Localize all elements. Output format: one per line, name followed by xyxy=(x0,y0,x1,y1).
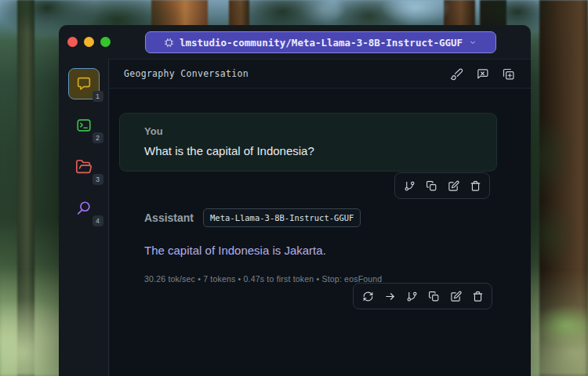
trash-icon xyxy=(470,180,481,192)
sidebar-item-discover[interactable]: 4 xyxy=(68,193,100,224)
copy-icon xyxy=(426,180,437,192)
regenerate-icon xyxy=(362,291,374,302)
edit-button[interactable] xyxy=(446,287,465,306)
model-selector-button[interactable]: lmstudio-community/Meta-Llama-3-8B-Instr… xyxy=(145,31,496,53)
model-name-badge: Meta-Llama-3-8B-Instruct-GGUF xyxy=(203,208,361,227)
duplicate-chat-button[interactable] xyxy=(499,65,517,82)
regenerate-button[interactable] xyxy=(358,287,377,306)
assistant-message: Assistant Meta-Llama-3-8B-Instruct-GGUF … xyxy=(144,208,497,309)
minimize-button[interactable] xyxy=(84,37,94,47)
branch-icon xyxy=(406,291,418,302)
trash-icon xyxy=(472,291,484,302)
edit-icon xyxy=(450,291,462,302)
chip-icon xyxy=(164,38,174,48)
delete-button[interactable] xyxy=(468,287,487,306)
main-content: Geography Conversation xyxy=(110,59,531,376)
folder-open-icon xyxy=(75,158,93,175)
edit-icon xyxy=(448,180,459,192)
broom-icon xyxy=(450,67,463,81)
chevron-down-icon xyxy=(468,38,477,47)
assistant-message-text: The capital of Indonesia is Jakarta. xyxy=(144,244,497,257)
user-message-text: What is the capital of Indonesia? xyxy=(144,144,477,157)
branch-button[interactable] xyxy=(400,176,419,195)
chat-bubble-icon xyxy=(75,75,93,92)
assistant-message-header: Assistant Meta-Llama-3-8B-Instruct-GGUF xyxy=(144,208,497,227)
titlebar: lmstudio-community/Meta-Llama-3-8B-Instr… xyxy=(59,25,531,59)
terminal-icon xyxy=(75,117,93,134)
header-actions xyxy=(448,65,517,82)
branch-icon xyxy=(404,180,416,192)
conversation-title[interactable]: Geography Conversation xyxy=(124,68,249,79)
cleanup-button[interactable] xyxy=(448,65,465,82)
zoom-button[interactable] xyxy=(100,37,111,47)
continue-arrow-icon xyxy=(384,291,396,302)
sidebar-badge: 3 xyxy=(93,174,103,185)
sidebar-item-developer[interactable]: 2 xyxy=(68,110,100,141)
chat-scroll-area: You What is the capital of Indonesia? xyxy=(110,89,531,376)
traffic-lights xyxy=(67,37,111,47)
clear-all-messages-button[interactable] xyxy=(474,65,491,82)
sidebar-item-chat[interactable]: 1 xyxy=(68,68,100,99)
sidebar-badge: 4 xyxy=(93,215,103,226)
delete-button[interactable] xyxy=(466,176,485,195)
duplicate-icon xyxy=(502,67,515,81)
search-icon xyxy=(75,200,93,217)
continue-button[interactable] xyxy=(380,287,399,306)
sidebar-item-my-models[interactable]: 3 xyxy=(68,151,100,183)
clear-conversation-icon xyxy=(476,67,489,81)
branch-button[interactable] xyxy=(402,287,421,306)
user-message-actions-toolbar xyxy=(394,172,490,199)
app-window: lmstudio-community/Meta-Llama-3-8B-Instr… xyxy=(59,25,531,376)
copy-button[interactable] xyxy=(422,176,441,195)
model-selector-label: lmstudio-community/Meta-Llama-3-8B-Instr… xyxy=(180,37,463,49)
assistant-role-label: Assistant xyxy=(144,212,194,224)
user-message: You What is the capital of Indonesia? xyxy=(119,113,497,172)
sidebar-badge: 1 xyxy=(93,91,103,102)
copy-button[interactable] xyxy=(424,287,443,306)
copy-icon xyxy=(428,291,440,302)
assistant-message-actions-toolbar xyxy=(353,283,492,309)
sidebar-badge: 2 xyxy=(93,132,103,143)
user-role-label: You xyxy=(144,125,477,137)
edit-button[interactable] xyxy=(444,176,463,195)
chat-header: Geography Conversation xyxy=(110,60,531,89)
close-button[interactable] xyxy=(67,37,78,47)
sidebar: 1 2 3 4 xyxy=(59,59,109,376)
